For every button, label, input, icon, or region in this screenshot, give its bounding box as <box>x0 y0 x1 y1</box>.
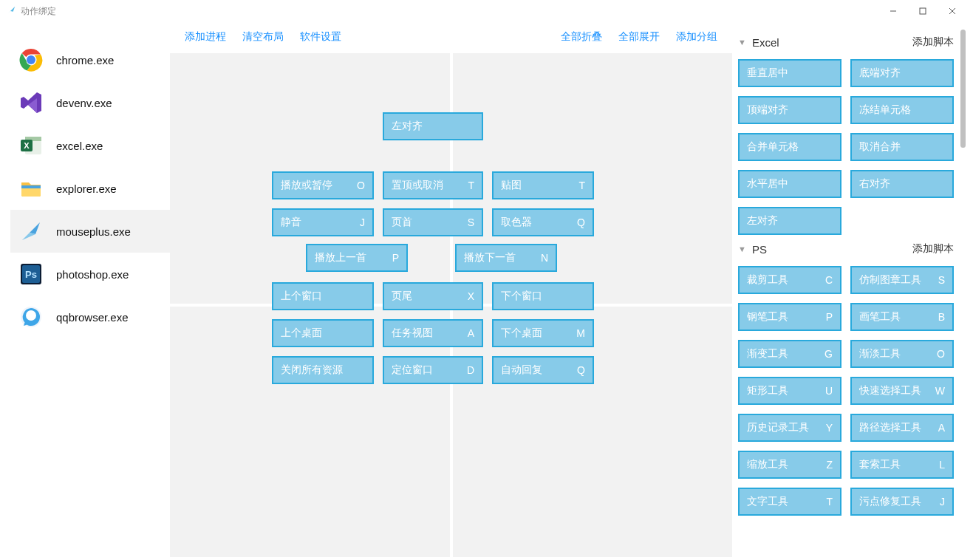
chip-hotkey: Y <box>826 422 833 434</box>
script-chip[interactable]: 钢笔工具P <box>738 303 841 331</box>
script-chip[interactable]: 矩形工具U <box>738 377 841 405</box>
tile[interactable]: 播放或暂停O <box>272 171 374 199</box>
process-label: excel.exe <box>56 140 103 152</box>
group-title: Excel <box>752 36 912 49</box>
script-chip[interactable]: 套索工具L <box>850 451 954 479</box>
collapse-all-link[interactable]: 全部折叠 <box>561 30 602 44</box>
process-item-chrome[interactable]: chrome.exe <box>10 38 170 81</box>
titlebar: 动作绑定 <box>0 0 973 22</box>
process-item-mouseplus[interactable]: mouseplus.exe <box>10 210 170 253</box>
chip-label: 仿制图章工具 <box>859 273 935 287</box>
chip-label: 画笔工具 <box>859 310 935 324</box>
process-item-qqbrowser[interactable]: qqbrowser.exe <box>10 296 170 338</box>
tile[interactable]: 页首S <box>383 208 483 236</box>
explorer-icon <box>19 177 43 200</box>
scrollbar-thumb[interactable] <box>960 30 966 148</box>
tile-hotkey: X <box>468 290 474 302</box>
tile-hotkey: Q <box>577 364 585 376</box>
tile[interactable]: 上个窗口 <box>272 282 374 310</box>
script-chip[interactable]: 快速选择工具W <box>850 377 954 405</box>
process-label: qqbrowser.exe <box>56 311 129 324</box>
add-script-link[interactable]: 添加脚本 <box>912 35 954 49</box>
chip-label: 钢笔工具 <box>747 310 823 324</box>
maximize-button[interactable] <box>908 2 938 20</box>
script-chip[interactable]: 左对齐 <box>738 207 841 235</box>
add-process-link[interactable]: 添加进程 <box>185 30 226 44</box>
script-chip[interactable]: 污点修复工具J <box>850 488 954 516</box>
chip-label: 历史记录工具 <box>747 421 823 434</box>
process-item-photoshop[interactable]: Psphotoshop.exe <box>10 253 170 296</box>
content: chrome.exedevenv.exeXexcel.exeexplorer.e… <box>0 22 973 560</box>
tile-label: 下个窗口 <box>501 290 581 303</box>
script-chip[interactable]: 缩放工具Z <box>738 451 841 479</box>
tile-label: 上个窗口 <box>281 290 361 303</box>
tile-hotkey: O <box>357 180 365 191</box>
svg-text:Ps: Ps <box>25 269 37 280</box>
script-grid: 裁剪工具C仿制图章工具S钢笔工具P画笔工具B渐变工具G渐淡工具O矩形工具U快速选… <box>738 266 954 516</box>
clear-layout-link[interactable]: 清空布局 <box>242 30 284 44</box>
tile[interactable]: 播放上一首P <box>306 244 408 272</box>
tile-label: 取色器 <box>501 216 573 229</box>
process-item-devenv[interactable]: devenv.exe <box>10 81 170 124</box>
group-header-excel[interactable]: ▼Excel添加脚本 <box>738 31 954 53</box>
tile-label: 播放或暂停 <box>281 179 352 192</box>
chip-label: 裁剪工具 <box>747 273 822 287</box>
process-item-explorer[interactable]: explorer.exe <box>10 167 170 210</box>
tile[interactable]: 置顶或取消T <box>383 171 483 199</box>
script-chip[interactable]: 路径选择工具A <box>850 414 954 442</box>
chip-label: 渐变工具 <box>747 347 822 361</box>
script-chip[interactable]: 顶端对齐 <box>738 96 841 124</box>
tile[interactable]: 任务视图A <box>383 319 483 347</box>
tile[interactable]: 关闭所有资源 <box>272 356 374 384</box>
script-chip[interactable]: 合并单元格 <box>738 133 841 161</box>
chip-label: 左对齐 <box>747 214 830 228</box>
tile[interactable]: 自动回复Q <box>492 356 594 384</box>
app-icon <box>6 5 16 18</box>
layout-canvas[interactable]: 左对齐播放或暂停O置顶或取消T贴图T静音J页首S取色器Q播放上一首P播放下一首N… <box>170 53 732 557</box>
tile[interactable]: 页尾X <box>383 282 483 310</box>
tile[interactable]: 定位窗口D <box>383 356 483 384</box>
tile-label: 置顶或取消 <box>392 179 463 192</box>
script-chip[interactable]: 垂直居中 <box>738 59 841 87</box>
tile[interactable]: 上个桌面 <box>272 319 374 347</box>
script-chip[interactable]: 文字工具T <box>738 488 841 516</box>
minimize-button[interactable] <box>878 2 908 20</box>
script-chip[interactable]: 渐变工具G <box>738 340 841 368</box>
group-header-ps[interactable]: ▼PS添加脚本 <box>738 238 954 260</box>
script-chip[interactable]: 冻结单元格 <box>850 96 954 124</box>
tile-hotkey: S <box>468 216 474 228</box>
tile-hotkey: D <box>467 364 474 376</box>
process-item-excel[interactable]: Xexcel.exe <box>10 124 170 167</box>
script-chip[interactable]: 仿制图章工具S <box>850 266 954 294</box>
script-chip[interactable]: 水平居中 <box>738 170 841 198</box>
tile[interactable]: 取色器Q <box>492 208 594 236</box>
tile[interactable]: 静音J <box>272 208 374 236</box>
add-script-link[interactable]: 添加脚本 <box>912 242 954 256</box>
script-chip[interactable]: 取消合并 <box>850 133 954 161</box>
tile[interactable]: 贴图T <box>492 171 594 199</box>
tile[interactable]: 左对齐 <box>383 112 483 140</box>
close-button[interactable] <box>938 2 967 20</box>
process-label: mouseplus.exe <box>56 225 131 238</box>
add-group-link[interactable]: 添加分组 <box>676 30 717 44</box>
expand-all-link[interactable]: 全部展开 <box>618 30 660 44</box>
script-chip[interactable]: 历史记录工具Y <box>738 414 841 442</box>
script-chip[interactable]: 底端对齐 <box>850 59 954 87</box>
tile-label: 静音 <box>281 216 355 229</box>
script-chip[interactable]: 渐淡工具O <box>850 340 954 368</box>
tile-hotkey: A <box>468 327 474 339</box>
process-label: photoshop.exe <box>56 268 129 281</box>
script-chip[interactable]: 右对齐 <box>850 170 954 198</box>
tile[interactable]: 播放下一首N <box>455 244 557 272</box>
svg-point-14 <box>26 310 36 321</box>
settings-link[interactable]: 软件设置 <box>300 30 341 44</box>
tile-hotkey: P <box>392 252 399 264</box>
script-chip[interactable]: 画笔工具B <box>850 303 954 331</box>
chip-label: 右对齐 <box>859 177 942 191</box>
script-chip[interactable]: 裁剪工具C <box>738 266 841 294</box>
tile[interactable]: 下个桌面M <box>492 319 594 347</box>
tile[interactable]: 下个窗口 <box>492 282 594 310</box>
tile-label: 下个桌面 <box>501 327 572 340</box>
collapse-icon: ▼ <box>738 245 746 253</box>
tile-label: 页首 <box>392 216 463 229</box>
